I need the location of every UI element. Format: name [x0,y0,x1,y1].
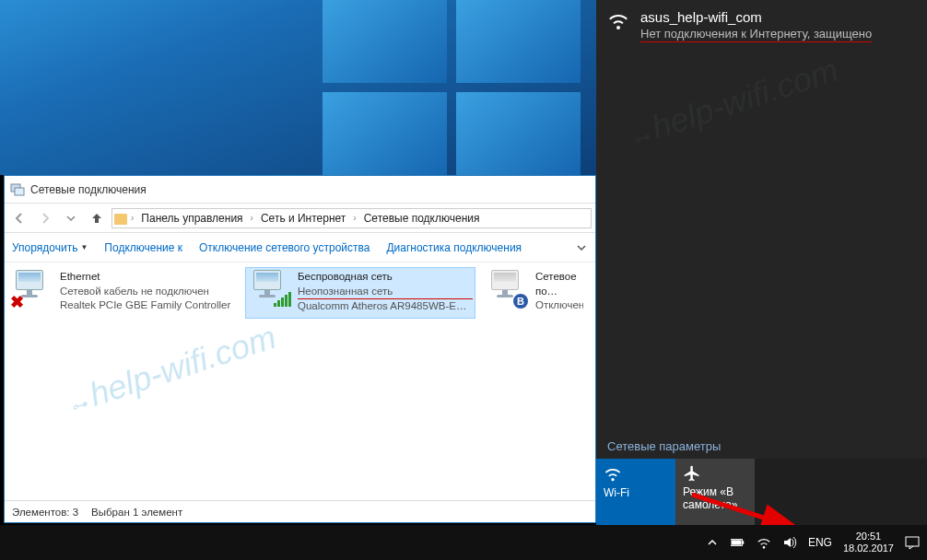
nav-dropdown-button[interactable] [60,207,82,229]
address-bar[interactable]: › Панель управления › Сеть и Интернет › … [111,208,592,228]
wifi-network-entry[interactable]: asus_help-wifi_com Нет подключения к Инт… [596,0,927,45]
tray-language-indicator[interactable]: ENG [808,536,832,549]
bluetooth-adapter-icon: B [486,270,526,307]
airplane-mode-tile[interactable]: Режим «В самолете» [675,459,755,525]
airplane-icon [683,464,701,483]
connections-list: ✖ Ethernet Сетевой кабель не подключен R… [5,262,595,323]
svg-rect-6 [906,537,919,546]
nav-forward-button[interactable] [34,207,56,229]
breadcrumb-separator-icon: › [129,213,135,223]
network-quick-tiles: Wi-Fi Режим «В самолете» [596,459,927,525]
tile-label: Wi-Fi [604,486,629,499]
wifi-icon [604,464,622,483]
diagnose-connection-button[interactable]: Диагностика подключения [386,241,522,254]
network-flyout-panel: asus_help-wifi_com Нет подключения к Инт… [596,0,927,525]
disconnected-x-icon: ✖ [10,292,24,312]
connection-status: Отключено [535,298,583,313]
network-settings-label: Сетевые параметры [607,439,721,453]
breadcrumb-separator-icon: › [249,213,255,223]
connection-item-wireless[interactable]: Беспроводная сеть Неопознанная сеть Qual… [246,268,475,318]
connection-name: Беспроводная сеть [298,270,473,285]
taskbar: ENG 20:51 18.02.2017 [0,525,927,560]
organize-menu[interactable]: Упорядочить▼ [12,241,88,254]
toolbar-overflow-button[interactable] [575,241,588,254]
breadcrumb-separator-icon: › [351,213,358,223]
network-connections-icon [10,182,25,197]
connection-item-ethernet[interactable]: ✖ Ethernet Сетевой кабель не подключен R… [8,268,237,318]
breadcrumb-seg[interactable]: Сеть и Интернет [257,212,349,225]
status-bar: Элементов: 3 Выбран 1 элемент [5,500,595,522]
toolbar: Упорядочить▼ Подключение к Отключение се… [5,233,595,262]
signal-bars-icon [274,292,291,307]
navigation-bar: › Панель управления › Сеть и Интернет › … [5,204,595,233]
connection-detail: Realtek PCIe GBE Family Controller [60,298,235,313]
bluetooth-badge-icon: B [513,294,528,309]
connection-detail: Bluetooth D… [535,313,583,316]
tray-date: 18.02.2017 [843,542,894,554]
breadcrumb-seg[interactable]: Панель управления [137,212,246,225]
svg-rect-1 [15,188,24,195]
connection-status: Сетевой кабель не подключен [60,285,235,299]
window-title: Сетевые подключения [30,183,147,196]
connection-item-bluetooth[interactable]: B Сетевое по… Отключено Bluetooth D… [484,268,585,318]
connection-name: Сетевое по… [535,270,583,298]
breadcrumb-seg[interactable]: Сетевые подключения [360,212,484,225]
connect-to-button[interactable]: Подключение к [104,241,182,254]
tray-wifi-icon[interactable] [757,535,771,550]
wifi-toggle-tile[interactable]: Wi-Fi [596,459,675,525]
desktop-wallpaper [0,0,596,175]
tray-battery-icon[interactable] [731,535,745,550]
folder-icon [114,214,127,225]
tile-label-line1: Режим «В [683,485,733,498]
status-selected-count: Выбран 1 элемент [91,507,182,518]
svg-rect-5 [732,540,742,544]
connection-name: Ethernet [60,270,235,285]
tray-action-center-icon[interactable] [905,535,920,550]
tile-label-line2: самолете» [683,498,737,511]
wifi-ssid: asus_help-wifi_com [640,9,872,25]
tray-volume-icon[interactable] [782,535,797,550]
connection-detail: Qualcomm Atheros AR9485WB-E… [298,299,473,314]
title-bar[interactable]: Сетевые подключения [5,176,595,204]
nav-back-button[interactable] [8,207,30,229]
system-tray: ENG 20:51 18.02.2017 [705,531,927,554]
wifi-adapter-icon [248,270,288,307]
tray-chevron-up-icon[interactable] [705,535,720,550]
wifi-icon [607,9,629,31]
connection-status: Неопознанная сеть [298,285,473,300]
status-item-count: Элементов: 3 [12,507,78,518]
chevron-down-icon: ▼ [80,243,88,251]
wifi-connection-state: Нет подключения к Интернету, защищено [640,27,872,42]
tray-time: 20:51 [843,531,894,542]
svg-rect-4 [742,541,744,544]
network-connections-window: Сетевые подключения › Панель управления … [4,175,596,523]
ethernet-adapter-icon: ✖ [10,270,51,307]
nav-up-button[interactable] [86,207,108,229]
disable-device-button[interactable]: Отключение сетевого устройства [199,241,370,254]
tray-clock[interactable]: 20:51 18.02.2017 [843,531,894,554]
